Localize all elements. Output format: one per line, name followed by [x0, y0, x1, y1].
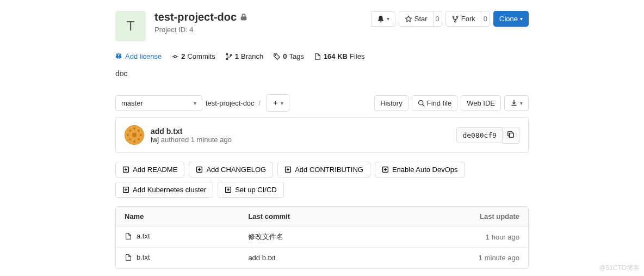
- add-file-dropdown[interactable]: ＋ ▾: [266, 94, 290, 112]
- branches-link[interactable]: 1 Branch: [225, 52, 263, 60]
- tags-link[interactable]: 0 Tags: [273, 52, 304, 60]
- chevron-down-icon: ▾: [281, 100, 283, 106]
- plus-square-icon: [382, 166, 389, 173]
- svg-point-16: [138, 130, 140, 132]
- svg-point-15: [129, 130, 131, 132]
- svg-point-18: [138, 138, 140, 140]
- chevron-down-icon: ▾: [387, 16, 389, 22]
- fork-count[interactable]: 0: [481, 11, 490, 27]
- project-name: test-project-doc: [154, 11, 237, 23]
- svg-point-11: [133, 127, 135, 130]
- col-update: Last update: [425, 207, 528, 226]
- fork-icon: [451, 15, 459, 23]
- history-button[interactable]: History: [374, 95, 408, 111]
- copy-icon: [507, 131, 515, 138]
- chevron-down-icon: ▾: [520, 16, 523, 22]
- plus-square-icon: [284, 166, 292, 173]
- svg-point-14: [140, 134, 142, 136]
- commits-link[interactable]: 2 Commits: [171, 52, 215, 60]
- watermark: @51CTO博客: [599, 263, 640, 269]
- commit-author[interactable]: lwj: [151, 136, 159, 144]
- svg-rect-19: [509, 133, 513, 137]
- search-icon: [418, 100, 425, 107]
- bell-icon: [377, 15, 385, 23]
- star-button[interactable]: Star: [399, 11, 434, 27]
- fork-button[interactable]: Fork: [445, 11, 481, 27]
- svg-point-1: [456, 16, 458, 17]
- find-file-button[interactable]: Find file: [412, 95, 458, 111]
- setup-cicd-button[interactable]: Set up CI/CD: [218, 182, 284, 198]
- project-description: doc: [115, 66, 529, 89]
- svg-point-17: [129, 138, 131, 140]
- col-commit: Last commit: [239, 207, 425, 226]
- project-id: Project ID: 4: [154, 26, 371, 34]
- branch-selector[interactable]: master ▾: [115, 95, 202, 111]
- svg-point-13: [127, 134, 129, 136]
- file-icon: [314, 53, 321, 60]
- fork-label: Fork: [461, 15, 475, 23]
- files-size-link[interactable]: 164 KB Files: [314, 52, 365, 60]
- breadcrumb: test-project-doc /: [206, 99, 263, 107]
- add-contributing-button[interactable]: Add CONTRIBUTING: [277, 162, 370, 177]
- svg-point-4: [226, 53, 228, 55]
- last-commit-message[interactable]: add b.txt: [151, 127, 456, 136]
- file-time: 1 hour ago: [425, 226, 528, 248]
- copy-sha-button[interactable]: [503, 127, 519, 144]
- svg-point-0: [453, 16, 454, 17]
- file-icon: [125, 254, 132, 261]
- svg-point-6: [230, 54, 232, 56]
- notification-dropdown[interactable]: ▾: [371, 11, 395, 27]
- scale-icon: [115, 53, 123, 60]
- file-icon: [125, 232, 132, 240]
- svg-point-7: [275, 54, 276, 56]
- svg-point-2: [454, 21, 456, 22]
- add-readme-button[interactable]: Add README: [115, 162, 184, 177]
- commit-icon: [171, 53, 179, 60]
- file-time: 1 minute ago: [425, 248, 528, 268]
- download-dropdown[interactable]: ▾: [504, 95, 529, 111]
- plus-square-icon: [122, 186, 129, 193]
- add-changelog-button[interactable]: Add CHANGELOG: [189, 162, 273, 177]
- svg-point-12: [133, 140, 135, 143]
- file-name-text: a.txt: [137, 232, 150, 240]
- plus-square-icon: [196, 166, 203, 173]
- star-count[interactable]: 0: [433, 11, 442, 27]
- file-commit-msg[interactable]: add b.txt: [239, 248, 425, 268]
- lock-icon: [240, 11, 247, 23]
- svg-point-10: [132, 133, 137, 137]
- svg-point-3: [174, 55, 176, 57]
- col-name: Name: [116, 207, 239, 226]
- file-name-text: b.txt: [137, 253, 150, 261]
- svg-point-5: [226, 58, 228, 60]
- breadcrumb-root[interactable]: test-project-doc: [206, 99, 255, 107]
- clone-label: Clone: [499, 15, 518, 23]
- plus-square-icon: [225, 186, 232, 193]
- chevron-down-icon: ▾: [194, 100, 196, 106]
- add-license-link[interactable]: Add license: [115, 52, 162, 60]
- commit-author-avatar: [125, 125, 144, 145]
- web-ide-button[interactable]: Web IDE: [461, 95, 501, 111]
- plus-square-icon: [122, 166, 129, 173]
- file-commit-msg[interactable]: 修改文件名: [239, 226, 425, 248]
- commit-authored-time: authored 1 minute ago: [161, 136, 232, 144]
- star-icon: [405, 15, 412, 23]
- project-avatar: T: [115, 11, 146, 41]
- table-row[interactable]: a.txt 修改文件名 1 hour ago: [116, 226, 528, 248]
- tag-icon: [273, 53, 281, 60]
- add-kubernetes-button[interactable]: Add Kubernetes cluster: [115, 182, 213, 198]
- table-row[interactable]: b.txt add b.txt 1 minute ago: [116, 248, 528, 268]
- branch-icon: [225, 53, 233, 60]
- star-label: Star: [414, 15, 428, 23]
- branch-name: master: [121, 99, 143, 107]
- download-icon: [510, 99, 518, 107]
- clone-button[interactable]: Clone ▾: [493, 11, 529, 27]
- enable-auto-devops-button[interactable]: Enable Auto DevOps: [375, 162, 465, 177]
- file-tree-table: Name Last commit Last update a.txt 修改文件名…: [115, 206, 529, 269]
- svg-point-8: [418, 100, 423, 105]
- chevron-down-icon: ▾: [520, 100, 523, 106]
- commit-sha: de080cf9: [456, 127, 503, 143]
